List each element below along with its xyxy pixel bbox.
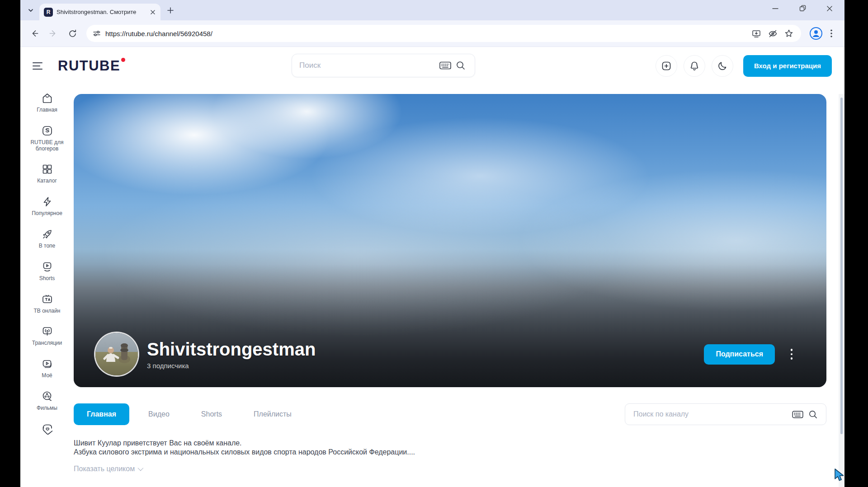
tab-shorts[interactable]: Shorts: [189, 403, 235, 425]
channel-search-input[interactable]: [633, 410, 790, 418]
channel-tabs-row: Главная Видео Shorts Плейлисты: [74, 403, 826, 425]
window-controls: [769, 0, 841, 17]
lightning-icon: [41, 196, 53, 208]
search-input[interactable]: [299, 61, 438, 70]
browser-toolbar: https://rutube.ru/channel/56920458/: [20, 20, 844, 47]
minimize-button[interactable]: [769, 2, 782, 15]
browser-window: R Shivitstrongestman. Смотрите: [20, 0, 844, 487]
tab-main[interactable]: Главная: [74, 403, 129, 425]
tab-playlists[interactable]: Плейлисты: [241, 403, 304, 425]
sidebar-label: ТВ онлайн: [34, 308, 61, 314]
sidebar-item-catalog[interactable]: Каталог: [22, 163, 72, 184]
add-video-icon: [661, 61, 672, 71]
virtual-keyboard-button[interactable]: [438, 58, 453, 73]
minimize-icon: [772, 5, 778, 12]
header-actions: Вход и регистрация: [656, 55, 832, 77]
page-content: Главная RUTUBE для блогеров Каталог Попу…: [20, 84, 844, 473]
sidebar-item-top[interactable]: В топе: [22, 228, 72, 249]
install-app-button[interactable]: [750, 27, 763, 40]
install-icon: [752, 29, 761, 38]
sidebar-label: Трансляции: [32, 340, 62, 347]
heart-play-icon: [41, 423, 53, 435]
site-info-icon[interactable]: [93, 29, 101, 37]
browser-menu-button[interactable]: [824, 26, 839, 41]
sidebar-item-main[interactable]: Главная: [22, 92, 72, 113]
rutube-page: RUTUBE: [20, 47, 844, 487]
sidebar-item-movies[interactable]: Фильмы: [22, 390, 72, 412]
sidebar-item-subscriptions[interactable]: [22, 423, 72, 435]
browser-tab[interactable]: R Shivitstrongestman. Смотрите: [39, 4, 160, 20]
bookmark-star-button[interactable]: [782, 27, 796, 40]
desktop: R Shivitstrongestman. Смотрите: [0, 0, 868, 487]
channel-main: Shivitstrongestman 3 подписчика Подписат…: [74, 84, 844, 473]
description-line: Шивит Куулар приветствует Вас на своём к…: [74, 439, 826, 448]
rutube-favicon-icon: R: [44, 8, 53, 17]
forward-button[interactable]: [46, 26, 61, 41]
sidebar-item-popular[interactable]: Популярное: [22, 196, 72, 217]
description-line: Азбука силового экстрима и национальных …: [74, 448, 826, 457]
reload-icon: [68, 29, 77, 38]
kebab-dot: [791, 349, 793, 351]
moon-icon: [717, 61, 728, 71]
sidebar-label: Главная: [37, 107, 57, 113]
sidebar-item-streams[interactable]: Трансляции: [22, 325, 72, 347]
tab-list-chevron-button[interactable]: [24, 4, 38, 17]
scrollbar-thumb[interactable]: [840, 98, 843, 434]
channel-avatar[interactable]: [95, 333, 138, 375]
studio-icon: [41, 125, 53, 137]
browser-profile-button[interactable]: [808, 26, 824, 41]
restore-button[interactable]: [796, 2, 809, 15]
sidebar-item-tv-online[interactable]: ТВ онлайн: [22, 293, 72, 314]
close-icon: [826, 5, 833, 12]
eye-off-icon: [768, 29, 778, 38]
sidebar-item-my[interactable]: Моё: [22, 358, 72, 379]
tv-icon: [41, 293, 53, 305]
my-videos-icon: [41, 358, 53, 370]
login-button[interactable]: Вход и регистрация: [743, 55, 832, 77]
theme-toggle-button[interactable]: [712, 55, 733, 77]
site-search: [292, 54, 475, 77]
profile-avatar-icon: [809, 27, 823, 40]
back-button[interactable]: [27, 26, 42, 41]
sidebar-label: RUTUBE для блогеров: [22, 140, 72, 152]
channel-description: Шивит Куулар приветствует Вас на своём к…: [74, 439, 826, 473]
show-more-button[interactable]: Показать целиком: [74, 465, 142, 473]
kebab-menu-icon: [830, 29, 832, 37]
search-button[interactable]: [453, 58, 468, 73]
keyboard-icon: [439, 61, 451, 70]
reload-button[interactable]: [65, 26, 80, 41]
upload-video-button[interactable]: [656, 55, 677, 77]
sidebar-label: Каталог: [37, 178, 57, 184]
subscribe-button[interactable]: Подписаться: [704, 344, 775, 365]
rutube-logo-text: RUTUBE: [58, 59, 120, 73]
tab-close-button[interactable]: [149, 8, 157, 16]
menu-hamburger-button[interactable]: [33, 59, 48, 73]
new-tab-button[interactable]: [164, 4, 177, 17]
sidebar-label: Моё: [42, 373, 52, 379]
tab-videos[interactable]: Видео: [136, 403, 182, 425]
sidebar-item-rutube-for-bloggers[interactable]: RUTUBE для блогеров: [22, 125, 72, 152]
channel-more-button[interactable]: [785, 344, 798, 364]
chevron-down-icon: [28, 7, 34, 14]
channel-subscribers: 3 подписчика: [147, 362, 316, 370]
sidebar-label: Shorts: [39, 276, 55, 282]
keyboard-icon: [792, 410, 803, 419]
grid-icon: [41, 163, 53, 175]
address-bar[interactable]: https://rutube.ru/channel/56920458/: [86, 25, 801, 42]
rocket-icon: [41, 228, 53, 240]
channel-search-button[interactable]: [805, 407, 821, 422]
film-reel-icon: [41, 390, 53, 403]
rutube-logo[interactable]: RUTUBE: [58, 59, 125, 73]
shorts-icon: [41, 261, 53, 273]
url-text[interactable]: https://rutube.ru/channel/56920458/: [105, 30, 747, 37]
close-window-button[interactable]: [823, 2, 836, 15]
broadcast-icon: [41, 325, 53, 337]
notifications-button[interactable]: [684, 55, 705, 77]
channel-banner: Shivitstrongestman 3 подписчика Подписат…: [74, 94, 826, 387]
channel-meta: Shivitstrongestman 3 подписчика: [147, 339, 316, 370]
page-scrollbar[interactable]: [839, 94, 844, 487]
channel-keyboard-button[interactable]: [790, 407, 805, 422]
sidebar-item-shorts[interactable]: Shorts: [22, 261, 72, 282]
kebab-dot: [791, 357, 793, 360]
eye-off-button[interactable]: [766, 27, 779, 40]
